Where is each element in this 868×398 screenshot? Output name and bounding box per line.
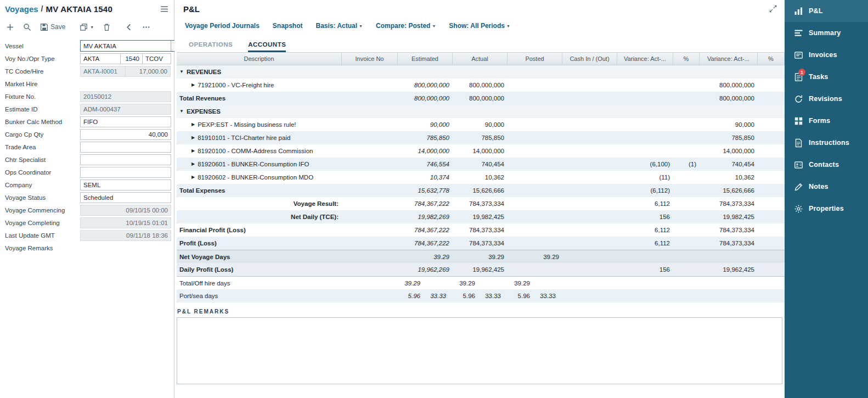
cell-var2: 19,982,425 — [700, 210, 758, 223]
field-cell[interactable]: FIFO — [80, 116, 171, 127]
column-header-variance-act[interactable]: Variance: Act-... — [617, 53, 673, 65]
search-button[interactable] — [23, 23, 31, 31]
column-header-description[interactable]: Description — [177, 53, 342, 65]
field-cell[interactable]: Scheduled — [80, 192, 171, 203]
cell-var2: 90,000 — [700, 118, 758, 131]
sidebar-item-forms[interactable]: Forms — [785, 110, 868, 132]
expand-triangle-icon[interactable]: ▶ — [191, 162, 195, 166]
field-row-fixture-no: Fixture No.20150012 — [5, 90, 171, 103]
collapse-icon[interactable] — [769, 5, 777, 13]
column-header-estimated[interactable]: Estimated — [398, 53, 453, 65]
expand-triangle-icon[interactable]: ▶ — [191, 175, 195, 180]
field-row-last-update-gmt: Last Update GMT09/11/18 18:36 — [5, 229, 171, 242]
row-description[interactable]: ▶81920602 - BUNKER-Consumption MDO — [177, 171, 342, 184]
column-header-posted[interactable]: Posted — [508, 53, 562, 65]
sidebar-item-properties[interactable]: Properties — [785, 198, 868, 220]
field-cell[interactable]: SEML — [80, 180, 171, 190]
expand-triangle-icon[interactable]: ▶ — [191, 136, 195, 140]
sidebar-item-instructions[interactable]: Instructions — [785, 132, 868, 154]
plus-button[interactable] — [6, 23, 14, 31]
row-description: Total/Off hire days — [177, 277, 342, 289]
cell-cash — [562, 184, 617, 197]
field-cell[interactable] — [80, 142, 171, 153]
tc-code-link[interactable]: AKTA-I0001 — [80, 66, 126, 77]
sidebar-item-tasks[interactable]: 1Tasks — [785, 66, 868, 88]
tab-accounts[interactable]: ACCOUNTS — [248, 41, 286, 52]
row-label: Financial Profit (Loss) — [179, 227, 246, 233]
toolbar-link-basis-actual[interactable]: Basis: Actual▼ — [316, 22, 363, 30]
save-button[interactable]: Save — [40, 23, 65, 31]
sidebar-item-notes[interactable]: Notes — [785, 176, 868, 198]
field-value — [80, 154, 171, 165]
cell-pct1 — [673, 105, 700, 118]
expand-triangle-icon[interactable]: ▶ — [191, 83, 195, 87]
pnl-remarks-textarea[interactable] — [177, 317, 782, 384]
trash-button[interactable] — [103, 23, 111, 31]
toolbar-link-snapshot[interactable]: Snapshot — [273, 22, 303, 30]
left-header: Voyages / MV AKTAIA 1540 — [0, 0, 174, 18]
row-label: Total Revenues — [179, 95, 226, 102]
vessel-combobox[interactable]: ▼ — [80, 40, 181, 52]
column-header-invoice-no[interactable]: Invoice No — [342, 53, 398, 65]
tab-operations[interactable]: OPERATIONS — [189, 41, 233, 52]
vessel-input[interactable] — [81, 41, 171, 51]
column-header-pct[interactable]: % — [758, 53, 785, 65]
row-description[interactable]: ▶71921000 - VC-Freight hire — [177, 79, 342, 92]
cell-pct2 — [758, 250, 785, 263]
copy-button[interactable]: ▼ — [80, 23, 94, 31]
remarks-section: P&L REMARKS — [174, 302, 785, 386]
main-header: P&L — [174, 0, 785, 18]
field-cell[interactable]: AKTA — [80, 53, 121, 64]
row-description[interactable]: ▶81910101 - TCI-Charter hire paid — [177, 131, 342, 144]
toolbar-link-show-all-periods[interactable]: Show: All Periods▼ — [449, 22, 510, 30]
field-cell[interactable] — [80, 154, 171, 165]
row-description[interactable]: ▶81920100 - COMM-Address Commission — [177, 144, 342, 158]
cell-var1: 156 — [617, 263, 673, 276]
cell-cash — [562, 131, 617, 144]
cell-actual: 15,626,666 — [453, 184, 508, 197]
cell-actual: 784,373,334 — [453, 223, 508, 237]
collapse-triangle-icon[interactable]: ▼ — [179, 109, 184, 114]
ellipsis-button[interactable] — [142, 23, 150, 31]
cell-posted — [508, 237, 562, 250]
forms-icon — [794, 116, 803, 126]
cell-estimated: 800,000,000 — [398, 92, 453, 105]
cell-posted — [508, 158, 562, 171]
row-description[interactable]: ▼REVENUES — [177, 65, 342, 79]
row-description[interactable]: ▶81920601 - BUNKER-Consumption IFO — [177, 158, 342, 171]
collapse-triangle-icon[interactable]: ▼ — [179, 70, 184, 74]
expand-triangle-icon[interactable]: ▶ — [191, 122, 195, 127]
breadcrumb-voyages-link[interactable]: Voyages — [5, 4, 38, 14]
field-cell[interactable]: 40,000 — [80, 129, 171, 140]
column-header-actual[interactable]: Actual — [453, 53, 508, 65]
hamburger-icon[interactable] — [160, 4, 169, 14]
sidebar-item-revisions[interactable]: Revisions — [785, 88, 868, 110]
expand-triangle-icon[interactable]: ▶ — [191, 149, 195, 153]
grid-body: ▼REVENUES▶71921000 - VC-Freight hire800,… — [177, 65, 785, 302]
row-description[interactable]: ▼EXPENSES — [177, 105, 342, 118]
column-header-cash-in-out[interactable]: Cash In / (Out) — [562, 53, 617, 65]
column-header-variance-act[interactable]: Variance: Act-... — [700, 53, 758, 65]
field-cell[interactable]: 1540 — [120, 53, 143, 64]
table-row-net-daily-tce: Net Daily (TCE):19,982,26919,982,4251561… — [177, 210, 785, 223]
column-header-pct[interactable]: % — [673, 53, 700, 65]
sidebar-item-contacts[interactable]: Contacts — [785, 154, 868, 176]
row-description[interactable]: ▶PEXP:EST - Missing business rule! — [177, 118, 342, 131]
breadcrumb-separator: / — [41, 4, 43, 13]
sidebar-item-invoices[interactable]: Invoices — [785, 44, 868, 66]
table-row-net-voyage-days: Net Voyage Days39.2939.2939.29 — [177, 250, 785, 263]
toolbar-link-compare-posted[interactable]: Compare: Posted▼ — [376, 22, 436, 30]
table-row-voyage-result: Voyage Result:784,367,222784,373,3346,11… — [177, 197, 785, 210]
field-cell[interactable]: TCOV — [142, 53, 171, 64]
row-label: 81920601 - BUNKER-Consumption IFO — [198, 161, 309, 167]
cell-estimated: 784,367,222 — [398, 197, 453, 210]
cell-var2: 784,373,334 — [700, 237, 758, 250]
field-value: 10/19/15 01:01 — [80, 217, 171, 228]
chevron-left-button[interactable] — [125, 23, 133, 31]
field-cell[interactable] — [80, 167, 171, 178]
sidebar-item-summary[interactable]: Summary — [785, 22, 868, 44]
sidebar-item-p-l[interactable]: P&L — [785, 0, 868, 22]
table-row-revenues: ▼REVENUES — [177, 65, 785, 79]
toolbar-link-voyage-period-journals[interactable]: Voyage Period Journals — [185, 22, 260, 30]
cell-var2: 19,962,425 — [700, 263, 758, 276]
